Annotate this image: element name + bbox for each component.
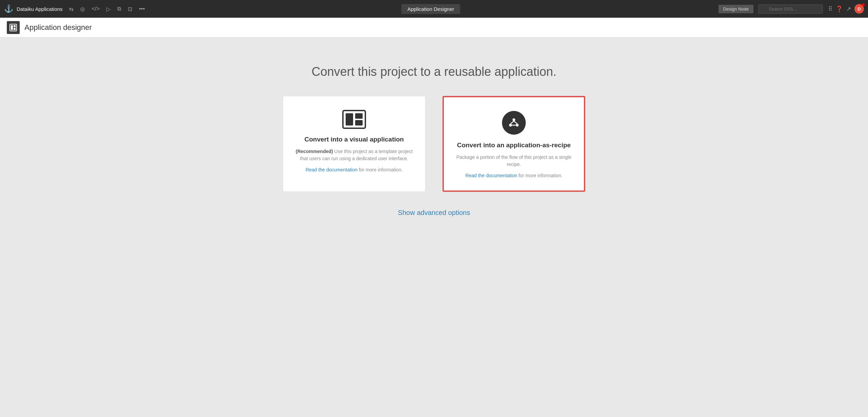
run-icon[interactable]: ▷ [104,4,113,14]
help-icon[interactable]: ❓ [836,5,843,13]
recipe-app-desc: Package a portion of the flow of this pr… [456,154,572,168]
secondary-header: Application designer [0,18,868,37]
more-icon[interactable]: ••• [137,4,147,13]
visual-app-card[interactable]: Convert into a visual application (Recom… [283,96,426,192]
recipe-app-doc-link[interactable]: Read the documentation [465,173,517,178]
active-tab-label[interactable]: Application Designer [401,4,461,14]
user-avatar[interactable]: D [854,4,864,14]
recipe-app-link: Read the documentation for more informat… [465,173,562,178]
target-icon[interactable]: ◎ [78,4,87,14]
visual-app-title: Convert into a visual application [305,136,404,143]
svg-rect-3 [14,28,16,30]
svg-rect-5 [346,113,353,126]
visual-app-desc: (Recommended) Use this project as a temp… [295,148,413,162]
external-link-icon[interactable]: ↗ [846,5,851,13]
recipe-icon [502,111,526,135]
stack-icon[interactable]: ⧉ [115,4,123,13]
svg-point-8 [507,116,520,129]
svg-point-9 [513,118,515,121]
nav-right-icons: ⠿ ❓ ↗ D [828,4,864,14]
recipe-app-card[interactable]: Convert into an application-as-recipe Pa… [442,96,585,192]
search-wrapper: 🔍 [756,4,823,14]
svg-rect-1 [11,25,13,30]
design-node-button[interactable]: Design Node [718,5,753,13]
show-advanced-options[interactable]: Show advanced options [398,209,470,217]
cards-row: Convert into a visual application (Recom… [283,96,585,192]
grid-icon[interactable]: ⊡ [125,4,135,14]
main-content: Convert this project to a reusable appli… [0,37,868,417]
visual-app-doc-link[interactable]: Read the documentation [306,167,358,172]
share-icon[interactable]: ⇆ [67,4,76,14]
page-title: Application designer [24,23,92,32]
main-headline: Convert this project to a reusable appli… [312,65,556,79]
svg-rect-7 [355,120,363,126]
project-name[interactable]: Dataiku Applications [17,6,63,12]
top-navigation: ⚓ Dataiku Applications ⇆ ◎ </> ▷ ⧉ ⊡ •••… [0,0,868,18]
apps-icon[interactable]: ⠿ [828,5,832,13]
notification-dot [862,3,865,6]
svg-rect-6 [355,113,363,119]
recipe-app-title: Convert into an application-as-recipe [457,141,571,149]
svg-rect-2 [14,25,16,27]
search-input[interactable] [758,4,823,14]
page-icon [7,21,20,34]
visual-app-link: Read the documentation for more informat… [306,167,403,172]
dataiku-logo: ⚓ [4,4,13,13]
visual-app-icon [342,110,366,129]
code-icon[interactable]: </> [89,4,102,13]
